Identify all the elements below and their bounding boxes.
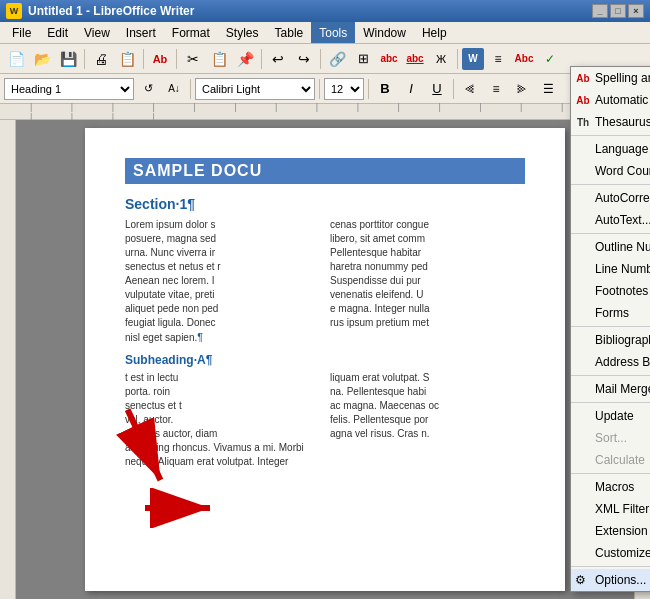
spelling2-button[interactable]: Abc bbox=[512, 47, 536, 71]
pdf-icon: 📋 bbox=[119, 51, 136, 67]
redo-button[interactable]: ↪ bbox=[292, 47, 316, 71]
spelling-label: Spelling and Grammar... bbox=[595, 71, 650, 85]
menu-options[interactable]: ⚙ Options... ↖ bbox=[571, 569, 650, 591]
menu-styles[interactable]: Styles bbox=[218, 22, 267, 43]
align-center-icon: ≡ bbox=[492, 82, 499, 96]
menu-edit[interactable]: Edit bbox=[39, 22, 76, 43]
format-button[interactable]: Ж bbox=[429, 47, 453, 71]
menu-update[interactable]: Update ▶ bbox=[571, 405, 650, 427]
menu-outline[interactable]: Outline Numbering... bbox=[571, 236, 650, 258]
hyperlink-button[interactable]: 🔗 bbox=[325, 47, 349, 71]
menu-extensions[interactable]: Extension Manager... bbox=[571, 520, 650, 542]
style-update-button[interactable]: ↺ bbox=[136, 77, 160, 101]
minimize-button[interactable]: _ bbox=[592, 4, 608, 18]
font-dropdown[interactable]: Calibri Light Arial Times New Roman bbox=[195, 78, 315, 100]
new-button[interactable]: 📄 bbox=[4, 47, 28, 71]
underline-button[interactable]: U bbox=[425, 77, 449, 101]
save-button[interactable]: 💾 bbox=[56, 47, 80, 71]
menu-help[interactable]: Help bbox=[414, 22, 455, 43]
font-size-dropdown[interactable]: 12 10 14 bbox=[324, 78, 364, 100]
menu-autocorrect[interactable]: AutoCorrect ▶ bbox=[571, 187, 650, 209]
footnotes-label: Footnotes and Endnotes... bbox=[595, 284, 650, 298]
page-wrapper: SAMPLE DOCU Section·1¶ Lorem ipsum dolor… bbox=[16, 120, 634, 599]
align-right-button[interactable]: ⫸ bbox=[510, 77, 534, 101]
menu-mail-merge[interactable]: Mail Merge Wizard... bbox=[571, 378, 650, 400]
menu-table[interactable]: Table bbox=[267, 22, 312, 43]
style-update-icon: ↺ bbox=[144, 82, 153, 95]
open-icon: 📂 bbox=[34, 51, 51, 67]
align-left-button[interactable]: ⫷ bbox=[458, 77, 482, 101]
vertical-ruler bbox=[0, 120, 16, 599]
check-icon: ✓ bbox=[545, 52, 555, 66]
menu-format[interactable]: Format bbox=[164, 22, 218, 43]
section1-heading: Section·1¶ bbox=[125, 196, 525, 212]
menu-window[interactable]: Window bbox=[355, 22, 414, 43]
menu-spelling-grammar[interactable]: Ab Spelling and Grammar... F7 bbox=[571, 67, 650, 89]
menu-forms[interactable]: Forms ▶ bbox=[571, 302, 650, 324]
fmt-sep3 bbox=[368, 79, 369, 99]
maximize-button[interactable]: □ bbox=[610, 4, 626, 18]
table-button[interactable]: ⊞ bbox=[351, 47, 375, 71]
print-button[interactable]: 🖨 bbox=[89, 47, 113, 71]
menu-footnotes[interactable]: Footnotes and Endnotes... bbox=[571, 280, 650, 302]
bold-button[interactable]: B bbox=[373, 77, 397, 101]
menu-bibliography[interactable]: Bibliography Database bbox=[571, 329, 650, 351]
undo-button[interactable]: ↩ bbox=[266, 47, 290, 71]
thesaurus-icon: Th bbox=[575, 115, 591, 129]
spellcheck-button[interactable]: Ab bbox=[148, 47, 172, 71]
word-count-label: Word Count bbox=[595, 164, 650, 178]
body-text-right: cenas porttitor congue libero, sit amet … bbox=[330, 218, 525, 345]
gear-icon: ⚙ bbox=[575, 573, 586, 587]
copy-button[interactable]: 📋 bbox=[207, 47, 231, 71]
menu-customize[interactable]: Customize... bbox=[571, 542, 650, 564]
align-center-button[interactable]: ≡ bbox=[484, 77, 508, 101]
hyperlink-icon: 🔗 bbox=[329, 51, 346, 67]
menu-thesaurus[interactable]: Th Thesaurus... Ctrl+F7 bbox=[571, 111, 650, 133]
copy-icon: 📋 bbox=[211, 51, 228, 67]
italic-button[interactable]: I bbox=[399, 77, 423, 101]
underline-icon: U bbox=[432, 81, 441, 96]
line-numbering-label: Line Numbering... bbox=[595, 262, 650, 276]
abc2-button[interactable]: abc bbox=[403, 47, 427, 71]
menu-file[interactable]: File bbox=[4, 22, 39, 43]
spelling2-icon: Abc bbox=[515, 53, 534, 64]
menu-xml-filter[interactable]: XML Filter Settings... bbox=[571, 498, 650, 520]
sort-label: Sort... bbox=[595, 431, 627, 445]
menu-line-numbering[interactable]: Line Numbering... bbox=[571, 258, 650, 280]
sep8 bbox=[571, 566, 650, 567]
justify-button[interactable]: ☰ bbox=[536, 77, 560, 101]
menu-word-count[interactable]: Word Count bbox=[571, 160, 650, 182]
menu-tools[interactable]: Tools bbox=[311, 22, 355, 43]
menu-language[interactable]: Language ▶ bbox=[571, 138, 650, 160]
menu-autotext[interactable]: AutoText... Ctrl+F3 bbox=[571, 209, 650, 231]
menu-address-book[interactable]: Address Book Source... bbox=[571, 351, 650, 373]
menu-insert[interactable]: Insert bbox=[118, 22, 164, 43]
writer-icon: W bbox=[462, 48, 484, 70]
toolbar-separator-3 bbox=[176, 49, 177, 69]
toolbar-separator-2 bbox=[143, 49, 144, 69]
abc-button[interactable]: abc bbox=[377, 47, 401, 71]
spellcheck-icon: Ab bbox=[153, 53, 168, 65]
bold-icon: B bbox=[380, 81, 389, 96]
tools-menu: Ab Spelling and Grammar... F7 Ab Automat… bbox=[570, 66, 650, 592]
menu-macros[interactable]: Macros ▶ bbox=[571, 476, 650, 498]
close-button[interactable]: × bbox=[628, 4, 644, 18]
align-left-icon: ⫷ bbox=[464, 82, 476, 96]
menu-view[interactable]: View bbox=[76, 22, 118, 43]
pdf-button[interactable]: 📋 bbox=[115, 47, 139, 71]
autotext-label: AutoText... bbox=[595, 213, 650, 227]
subheading: Subheading·A¶ bbox=[125, 353, 525, 367]
svg-line-1 bbox=[109, 410, 179, 480]
open-button[interactable]: 📂 bbox=[30, 47, 54, 71]
abc-icon: abc bbox=[380, 53, 397, 64]
cut-button[interactable]: ✂ bbox=[181, 47, 205, 71]
style-new-button[interactable]: A↓ bbox=[162, 77, 186, 101]
menu-bar: File Edit View Insert Format Styles Tabl… bbox=[0, 22, 650, 44]
window-title: Untitled 1 - LibreOffice Writer bbox=[28, 4, 592, 18]
menu-auto-spell[interactable]: Ab Automatic Spell Checking Shift+F7 bbox=[571, 89, 650, 111]
numbering-button[interactable]: ≡ bbox=[486, 47, 510, 71]
paste-button[interactable]: 📌 bbox=[233, 47, 257, 71]
macros-label: Macros bbox=[595, 480, 634, 494]
style-dropdown[interactable]: Heading 1 Default Style Heading 2 bbox=[4, 78, 134, 100]
check-button[interactable]: ✓ bbox=[538, 47, 562, 71]
